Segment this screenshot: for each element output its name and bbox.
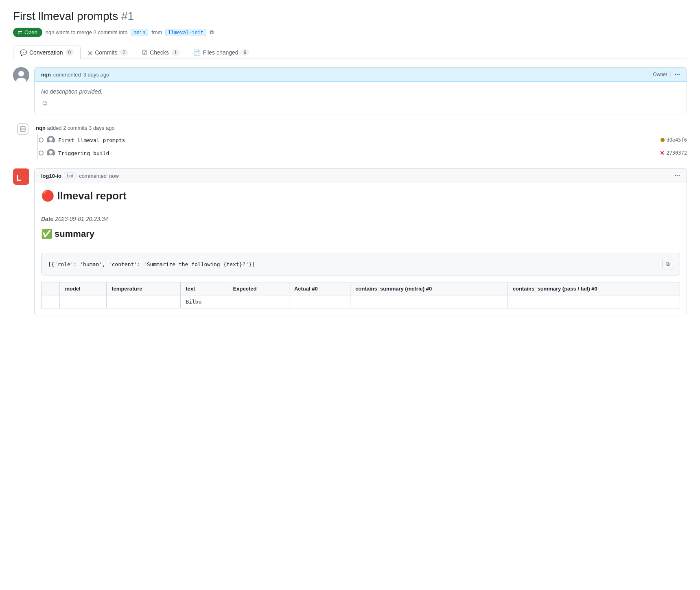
col-header-0 <box>42 282 60 295</box>
comment-time-bot: now <box>109 173 119 179</box>
commits-activity: nqn added 2 commits 3 days ago First llm… <box>13 121 687 159</box>
summary-label-text: ✅ summary <box>41 229 94 239</box>
pr-target-branch[interactable]: main <box>131 29 148 36</box>
comment-action-nqn: commented <box>53 72 81 78</box>
commit-dot-1 <box>39 138 44 142</box>
cell-0-4 <box>228 295 289 308</box>
col-header-actual: Actual #0 <box>289 282 350 295</box>
commits-content: nqn added 2 commits 3 days ago First llm… <box>36 121 687 159</box>
report-title-text: 🔴 llmeval report <box>41 190 127 202</box>
summary-table-wrapper: model temperature text Expected Actual #… <box>41 282 680 308</box>
svg-text:L: L <box>16 173 21 182</box>
cell-0-7 <box>508 295 680 308</box>
conversation-icon: 💬 <box>20 49 27 56</box>
svg-point-1 <box>18 71 24 76</box>
commits-icon-inner <box>17 123 28 135</box>
bot-badge: bot <box>64 173 77 179</box>
svg-rect-3 <box>20 127 25 131</box>
comment-action-bot: commented <box>79 173 107 179</box>
checks-icon: ☑ <box>142 49 147 56</box>
col-header-metric: contains_summary (metric) #0 <box>350 282 508 295</box>
col-header-model: model <box>60 282 107 295</box>
commit-name-1[interactable]: First llmeval prompts <box>58 137 657 143</box>
svg-point-10 <box>49 151 52 154</box>
tab-commits-count: 2 <box>120 49 128 56</box>
commit-name-2[interactable]: Triggering build <box>58 150 656 156</box>
owner-badge: Owner <box>650 71 670 78</box>
col-header-passfail: contains_summary (pass / fail) #0 <box>508 282 680 295</box>
commit-avatar-2 <box>47 149 55 157</box>
comment-author-bot[interactable]: log10-io <box>41 173 61 179</box>
commit-row-2: Triggering build ✕ 2730372 <box>42 147 687 159</box>
tab-conversation-label: Conversation <box>29 49 63 56</box>
pr-meta: ⇄ Open nqn wants to merge 2 commits into… <box>13 28 687 37</box>
timeline: nqn commented 3 days ago Owner ··· No de… <box>13 67 687 322</box>
files-icon: 📄 <box>193 49 200 56</box>
comment-body-nqn: No description provided. ☺ <box>35 82 687 114</box>
summary-table: model temperature text Expected Actual #… <box>41 282 680 308</box>
tab-files-label: Files changed <box>203 49 238 56</box>
commit-status-1: d0e45f6 <box>661 137 687 143</box>
comment-nqn: nqn commented 3 days ago Owner ··· No de… <box>13 67 687 114</box>
tab-conversation-count: 0 <box>66 49 74 56</box>
comment-menu-nqn[interactable]: ··· <box>675 71 680 78</box>
copy-code-button[interactable]: ⧉ <box>662 259 673 269</box>
pr-tabs: 💬 Conversation 0 ◎ Commits 2 ☑ Checks 1 … <box>13 45 687 59</box>
tab-conversation[interactable]: 💬 Conversation 0 <box>13 46 81 59</box>
tab-files-changed[interactable]: 📄 Files changed 9 <box>186 46 256 59</box>
emoji-react-nqn[interactable]: ☺ <box>41 99 680 107</box>
cell-0-2 <box>107 295 181 308</box>
pr-meta-text: nqn wants to merge 2 commits into <box>46 29 128 35</box>
comment-box-nqn: nqn commented 3 days ago Owner ··· No de… <box>34 67 687 114</box>
commit-status-x-2: ✕ <box>660 150 665 156</box>
commits-activity-icon <box>15 121 31 137</box>
cell-0-3: Bilbo <box>181 295 228 308</box>
cell-0-1 <box>60 295 107 308</box>
comment-header-nqn: nqn commented 3 days ago Owner ··· <box>35 68 687 82</box>
date-value: 2023-09-01 20:23:34 <box>55 216 108 222</box>
tab-checks[interactable]: ☑ Checks 1 <box>135 46 186 59</box>
commit-avatar-1 <box>47 136 55 144</box>
tab-files-count: 9 <box>241 49 249 56</box>
col-header-text: text <box>181 282 228 295</box>
comment-author-nqn[interactable]: nqn <box>41 72 51 78</box>
comment-box-bot: log10-io bot commented now ··· 🔴 llmeval… <box>34 168 687 315</box>
comment-time-nqn: 3 days ago <box>83 72 109 78</box>
pr-status-label: Open <box>24 29 37 35</box>
tab-checks-label: Checks <box>150 49 169 56</box>
report-date: Date 2023-09-01 20:23:34 <box>41 216 680 222</box>
commit-sha-2[interactable]: 2730372 <box>666 150 687 156</box>
code-content: [{'role': 'human', 'content': 'Summarize… <box>48 261 255 267</box>
cell-0-6 <box>350 295 508 308</box>
pr-status-badge: ⇄ Open <box>13 28 42 37</box>
pr-title: First llmeval prompts #1 <box>13 10 687 23</box>
comment-body-bot: 🔴 llmeval report Date 2023-09-01 20:23:3… <box>35 183 687 315</box>
commit-sha-1[interactable]: d0e45f6 <box>666 137 687 143</box>
col-header-temperature: temperature <box>107 282 181 295</box>
cell-0-5 <box>289 295 350 308</box>
commit-dot-2 <box>39 151 44 155</box>
code-block: [{'role': 'human', 'content': 'Summarize… <box>41 253 680 275</box>
comment-menu-bot[interactable]: ··· <box>675 172 680 179</box>
copy-branch-icon[interactable]: ⧉ <box>210 29 214 36</box>
commits-icon: ◎ <box>88 49 92 56</box>
pr-title-text: First llmeval prompts <box>13 10 118 22</box>
summary-heading: ✅ summary <box>41 229 680 239</box>
avatar-nqn <box>13 67 29 83</box>
tab-commits[interactable]: ◎ Commits 2 <box>81 46 135 59</box>
cell-0-0 <box>42 295 60 308</box>
comment-header-bot: log10-io bot commented now ··· <box>35 169 687 183</box>
merge-icon: ⇄ <box>18 29 22 35</box>
tab-checks-count: 1 <box>171 49 180 56</box>
comment-body-text-nqn: No description provided. <box>41 88 680 95</box>
commits-author[interactable]: nqn <box>36 125 46 131</box>
date-label: Date <box>41 216 53 222</box>
pr-from-text: from <box>151 29 162 35</box>
commit-status-dot-1 <box>661 138 665 142</box>
tab-commits-label: Commits <box>95 49 117 56</box>
comment-bot: L log10-io bot commented now ··· 🔴 llmev… <box>13 168 687 315</box>
avatar-bot: L <box>13 168 29 185</box>
llmeval-report-title: 🔴 llmeval report <box>41 190 680 202</box>
commit-status-2: ✕ 2730372 <box>660 150 687 156</box>
pr-source-branch[interactable]: llmeval-init <box>165 29 206 36</box>
